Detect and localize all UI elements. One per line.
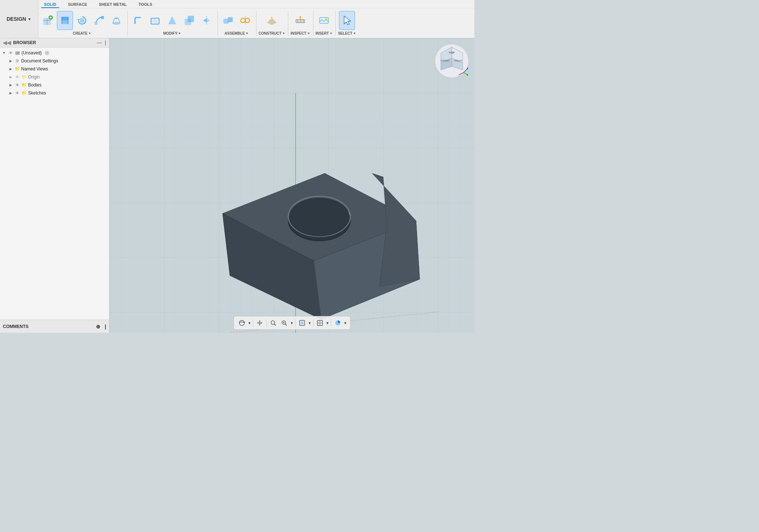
view-cube[interactable]: TOP RIGHT FRONT <box>434 43 470 79</box>
orbit-icon[interactable] <box>237 318 247 328</box>
sweep-icon[interactable] <box>91 11 107 30</box>
bodies-visibility-icon[interactable]: 👁 <box>14 82 20 88</box>
zoom-fit-icon[interactable] <box>279 318 289 328</box>
browser-pin-icon[interactable]: | <box>105 40 106 46</box>
assemble-joint-icon[interactable] <box>237 11 253 30</box>
construct-plane-icon[interactable] <box>264 11 280 30</box>
comments-pin-icon[interactable]: | <box>105 324 106 329</box>
svg-rect-45 <box>15 51 20 55</box>
tab-tools[interactable]: TOOLS <box>136 1 155 8</box>
tree-root-item[interactable]: ▼ 👁 (Unsaved) <box>0 49 109 57</box>
divider-2 <box>266 319 267 327</box>
svg-point-14 <box>113 22 120 25</box>
tab-surface[interactable]: SURFACE <box>65 1 90 8</box>
sketches-folder-icon: 📁 <box>21 90 27 96</box>
grid-dropdown[interactable]: ▼ <box>325 321 329 325</box>
browser-collapse-icon[interactable]: — <box>97 40 102 46</box>
tab-solid[interactable]: SOLID <box>41 1 59 8</box>
insert-image-icon[interactable] <box>316 11 332 30</box>
insert-label[interactable]: INSERT ▼ <box>316 31 333 35</box>
zoom-icon[interactable] <box>268 318 278 328</box>
revolve-icon[interactable] <box>74 11 90 30</box>
tree-document-settings[interactable]: ▶ ⚙ Document Settings <box>0 57 109 65</box>
svg-point-43 <box>325 18 327 20</box>
svg-rect-18 <box>134 22 136 24</box>
svg-marker-81 <box>259 320 261 321</box>
doc-settings-arrow[interactable]: ▶ <box>8 58 13 63</box>
sketches-arrow[interactable]: ▶ <box>8 90 13 96</box>
svg-rect-13 <box>101 16 104 19</box>
tree-origin[interactable]: ▶ 👁 📁 Origin <box>0 73 109 81</box>
tree-bodies[interactable]: ▶ 👁 📁 Bodies <box>0 81 109 89</box>
tree-root-arrow[interactable]: ▼ <box>1 50 7 55</box>
svg-rect-20 <box>153 20 158 23</box>
svg-marker-26 <box>207 18 210 23</box>
extrude-icon[interactable] <box>57 11 73 30</box>
assemble-new-component-icon[interactable] <box>220 11 236 30</box>
origin-visibility-icon[interactable]: 👁 <box>14 74 20 80</box>
svg-line-88 <box>285 324 287 325</box>
sketches-visibility-icon[interactable]: 👁 <box>14 90 20 96</box>
svg-point-79 <box>239 320 244 325</box>
svg-point-47 <box>46 52 48 54</box>
svg-marker-41 <box>299 16 301 18</box>
browser-tree: ▼ 👁 (Unsaved) ▶ ⚙ Document Settings ▶ 📁 <box>0 47 109 320</box>
orbit-dropdown[interactable]: ▼ <box>248 321 251 325</box>
svg-point-63 <box>289 198 349 236</box>
svg-marker-10 <box>77 19 80 20</box>
svg-marker-82 <box>259 324 261 325</box>
assemble-label[interactable]: ASSEMBLE ▼ <box>224 31 248 35</box>
svg-text:TOP: TOP <box>449 51 455 54</box>
origin-folder-icon: 📁 <box>21 74 27 80</box>
modify-label[interactable]: MODIFY ▼ <box>163 31 181 35</box>
bodies-arrow[interactable]: ▶ <box>8 82 13 88</box>
pan-icon[interactable] <box>255 318 265 328</box>
tree-sketches[interactable]: ▶ 👁 📁 Sketches <box>0 89 109 97</box>
grid-icon[interactable] <box>315 318 325 328</box>
zoom-dropdown[interactable]: ▼ <box>290 321 294 325</box>
svg-rect-23 <box>188 16 194 22</box>
svg-marker-84 <box>261 322 262 324</box>
inspect-measure-icon[interactable] <box>292 11 308 30</box>
tab-sheet-metal[interactable]: SHEET METAL <box>96 1 130 8</box>
svg-marker-21 <box>169 17 176 24</box>
loft-icon[interactable] <box>108 11 124 30</box>
svg-point-30 <box>241 18 245 23</box>
construct-label[interactable]: CONSTRUCT ▼ <box>259 31 285 35</box>
create-label[interactable]: CREATE ▼ <box>73 31 91 35</box>
modify-combine-icon[interactable] <box>181 11 197 30</box>
root-visibility-icon[interactable]: 👁 <box>8 50 14 56</box>
doc-settings-gear-icon: ⚙ <box>14 58 20 64</box>
comments-panel[interactable]: COMMENTS ⊕ | <box>0 320 109 333</box>
svg-rect-92 <box>301 321 304 324</box>
origin-arrow[interactable]: ▶ <box>8 74 13 80</box>
named-views-folder-icon: 📁 <box>14 66 20 72</box>
named-views-arrow[interactable]: ▶ <box>8 66 13 72</box>
comments-add-icon[interactable]: ⊕ <box>96 324 100 329</box>
create-new-body-icon[interactable] <box>40 11 56 30</box>
divider-3 <box>295 319 296 327</box>
svg-rect-11 <box>80 18 84 23</box>
viewport[interactable]: 100 TOP RIGHT FRONT <box>109 38 474 333</box>
svg-text:RIGHT: RIGHT <box>454 59 463 62</box>
svg-marker-25 <box>203 18 207 23</box>
modify-fillet-icon[interactable] <box>130 11 146 30</box>
tree-named-views[interactable]: ▶ 📁 Named Views <box>0 65 109 73</box>
select-label[interactable]: SELECT ▼ <box>338 31 356 35</box>
inspect-label[interactable]: INSPECT ▼ <box>290 31 310 35</box>
display-mode-icon[interactable] <box>297 318 307 328</box>
svg-rect-7 <box>61 17 69 20</box>
svg-rect-28 <box>228 18 232 22</box>
visual-style-icon[interactable] <box>332 318 343 328</box>
select-cursor-icon[interactable] <box>339 11 355 30</box>
modify-shell-icon[interactable] <box>147 11 163 30</box>
left-panel: ◀◀ BROWSER — | ▼ 👁 (Unsaved) ▶ ⚙ <box>0 38 109 333</box>
visual-style-dropdown[interactable]: ▼ <box>343 321 347 325</box>
design-button[interactable]: DESIGN ▼ <box>0 0 38 38</box>
modify-draft-icon[interactable] <box>164 11 180 30</box>
svg-point-15 <box>115 18 118 19</box>
display-dropdown[interactable]: ▼ <box>308 321 312 325</box>
svg-marker-83 <box>257 322 258 324</box>
browser-header: ◀◀ BROWSER — | <box>0 38 109 47</box>
modify-mirror-icon[interactable] <box>199 11 215 30</box>
